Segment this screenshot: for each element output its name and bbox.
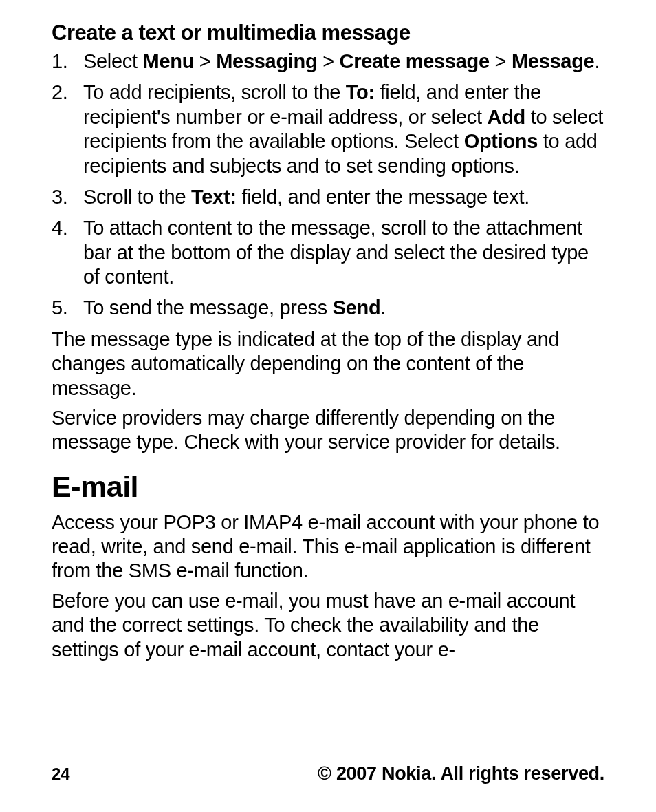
step1-menu: Menu [143, 50, 195, 72]
step-1: Select Menu > Messaging > Create message… [52, 50, 604, 74]
step1-message: Message [512, 50, 594, 72]
step1-sep1: > [194, 50, 216, 72]
step2-part1: To add recipients, scroll to the [83, 81, 346, 103]
step5-send: Send [333, 297, 381, 319]
step3-part1: Scroll to the [83, 186, 191, 208]
page-footer: 24 © 2007 Nokia. All rights reserved. [52, 763, 604, 784]
heading-email: E-mail [52, 470, 604, 504]
step1-create: Create message [340, 50, 490, 72]
section-heading: Create a text or multimedia message [52, 21, 604, 45]
step-2: To add recipients, scroll to the To: fie… [52, 81, 604, 178]
step5-suffix: . [380, 297, 386, 319]
step-3: Scroll to the Text: field, and enter the… [52, 185, 604, 209]
step2-to: To: [346, 81, 375, 103]
step3-text: Text: [191, 186, 237, 208]
paragraph-email1: Access your POP3 or IMAP4 e-mail account… [52, 511, 604, 584]
step-5: To send the message, press Send. [52, 296, 604, 320]
step2-options: Options [464, 130, 538, 152]
step1-messaging: Messaging [216, 50, 317, 72]
paragraph-email2: Before you can use e-mail, you must have… [52, 589, 604, 662]
step1-sep3: > [490, 50, 512, 72]
step-4: To attach content to the message, scroll… [52, 216, 604, 289]
step1-suffix: . [594, 50, 600, 72]
copyright-text: © 2007 Nokia. All rights reserved. [318, 763, 604, 784]
paragraph-provider: Service providers may charge differently… [52, 406, 604, 455]
step1-sep2: > [317, 50, 339, 72]
paragraph-msgtype: The message type is indicated at the top… [52, 328, 604, 400]
step5-part1: To send the message, press [83, 297, 333, 319]
step3-part2: field, and enter the message text. [237, 186, 529, 208]
step1-prefix: Select [83, 50, 143, 72]
step2-add: Add [488, 106, 525, 128]
page-number: 24 [52, 765, 70, 784]
steps-list: Select Menu > Messaging > Create message… [52, 50, 604, 321]
